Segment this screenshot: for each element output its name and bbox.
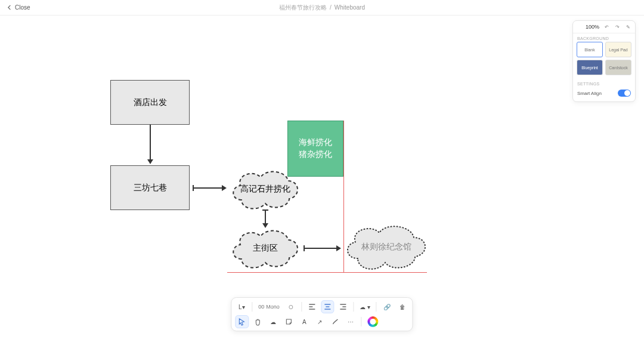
style-panel: 100% ↶ ↷ ✎ BACKGROUND Blank Legal Pad Bl… — [572, 20, 636, 102]
size-selector[interactable]: L ▾ — [235, 300, 248, 313]
bg-option-legalpad[interactable]: Legal Pad — [605, 42, 631, 57]
chevron-left-icon — [7, 5, 13, 10]
node-hotel[interactable]: 酒店出发 — [110, 80, 190, 125]
fill-style-icon[interactable]: ☁ ▾ — [357, 300, 373, 313]
background-section-label: BACKGROUND — [573, 33, 635, 42]
color-picker[interactable] — [365, 315, 380, 328]
stroke-width-selector[interactable] — [284, 300, 298, 313]
connector-gaoji-mainstreet[interactable] — [265, 210, 266, 224]
page-name[interactable]: Whiteboard — [335, 4, 365, 11]
node-linzexu[interactable] — [340, 220, 432, 275]
close-button[interactable]: Close — [7, 4, 30, 11]
canvas-toolbar: L ▾ 00 Mono ☁ ▾ 🔗 🗑 ☁ — [231, 297, 413, 331]
more-tools-icon[interactable]: ⋯ — [344, 315, 357, 328]
smart-align-toggle[interactable] — [618, 90, 631, 97]
pen-tool-icon[interactable] — [329, 315, 342, 328]
breadcrumb: 福州春节旅行攻略 / Whiteboard — [279, 4, 365, 12]
undo-icon[interactable]: ↶ — [603, 23, 610, 30]
redo-icon[interactable]: ↷ — [614, 23, 621, 30]
doc-title[interactable]: 福州春节旅行攻略 — [279, 4, 327, 12]
node-sanfang[interactable]: 三坊七巷 — [110, 165, 190, 210]
node-mainstreet[interactable] — [227, 224, 303, 272]
align-right-icon[interactable] — [336, 300, 349, 313]
tools-row: ☁ A ↗ ⋯ — [235, 315, 408, 328]
settings-section-label: SETTINGS — [573, 79, 635, 87]
bg-option-blueprint[interactable]: Blueprint — [577, 60, 603, 75]
bg-option-blank[interactable]: Blank — [577, 42, 603, 57]
smart-align-label: Smart Align — [577, 91, 602, 96]
app-header: Close 福州春节旅行攻略 / Whiteboard — [0, 0, 644, 16]
link-icon[interactable]: 🔗 — [380, 300, 394, 313]
node-gaoji[interactable] — [227, 165, 303, 213]
connector-hotel-sanfang[interactable] — [150, 125, 151, 161]
export-icon[interactable]: ✎ — [624, 23, 631, 30]
connector-mainstreet-linzexu[interactable] — [304, 248, 338, 249]
cloud-shape-icon[interactable]: ☁ — [267, 315, 280, 328]
stroke-style-selector[interactable]: 00 Mono — [256, 300, 282, 313]
align-center-icon[interactable] — [321, 300, 334, 313]
text-tool-icon[interactable]: A — [298, 315, 311, 328]
connector-sanfang-gaoji[interactable] — [193, 187, 223, 189]
zoom-level[interactable]: 100% — [586, 24, 599, 30]
hand-tool-icon[interactable] — [251, 315, 264, 328]
style-row: L ▾ 00 Mono ☁ ▾ 🔗 🗑 — [235, 300, 408, 313]
sticky-note-icon[interactable] — [282, 315, 295, 328]
arrow-tool-icon[interactable]: ↗ — [313, 315, 326, 328]
align-left-icon[interactable] — [305, 300, 318, 313]
color-ring-icon — [367, 316, 378, 327]
whiteboard-canvas[interactable]: 酒店出发 三坊七巷 海鲜捞化 猪杂捞化 高记石井捞化 主街区 林则徐纪念馆 — [0, 16, 644, 342]
close-label: Close — [15, 4, 30, 11]
pointer-tool-icon[interactable] — [235, 315, 249, 328]
delete-icon[interactable]: 🗑 — [396, 300, 409, 313]
bg-option-cardstock[interactable]: Cardstock — [605, 60, 631, 75]
